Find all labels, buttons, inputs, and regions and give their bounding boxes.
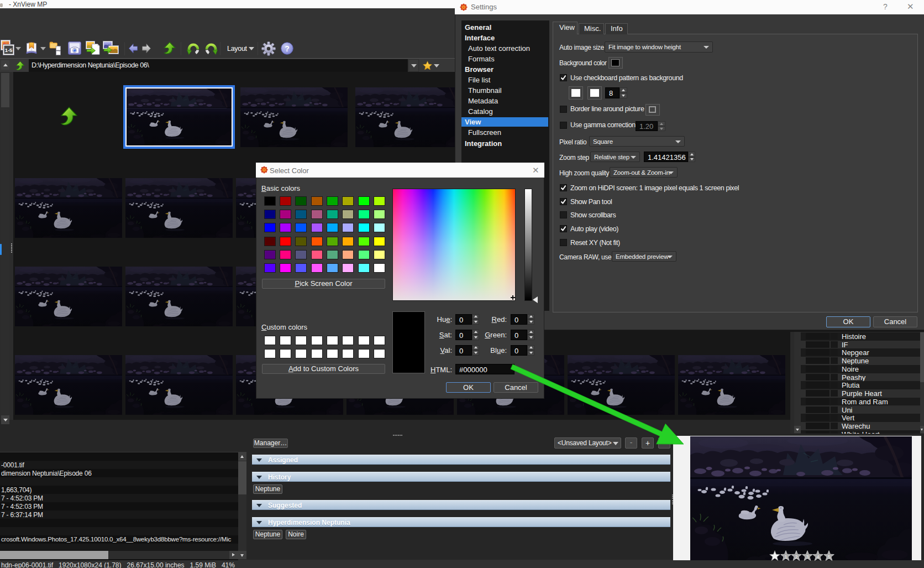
svg-text:2: 2	[795, 554, 798, 560]
svg-text:3: 3	[806, 554, 809, 560]
svg-text:1-5: 1-5	[5, 47, 13, 53]
svg-text:4: 4	[817, 554, 820, 560]
svg-text:5: 5	[828, 554, 831, 560]
svg-text:1: 1	[784, 554, 787, 560]
svg-text:?: ?	[285, 44, 290, 53]
